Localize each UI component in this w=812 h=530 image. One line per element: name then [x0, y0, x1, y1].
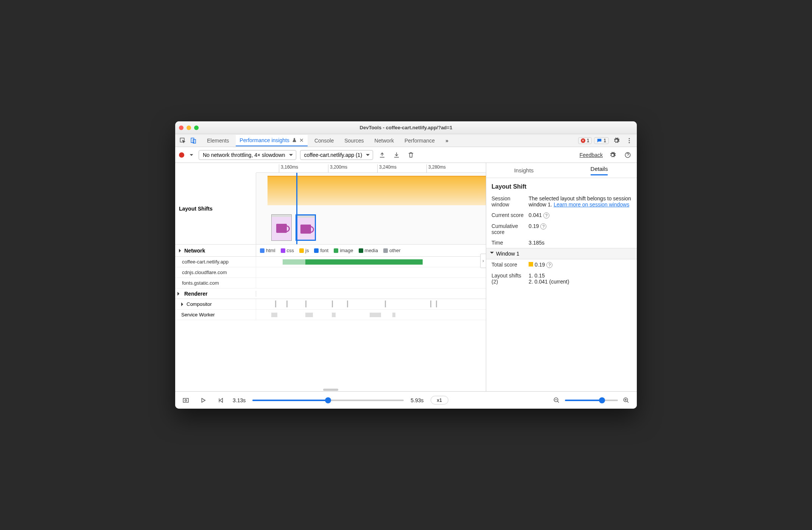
zoom-out-icon[interactable]: [551, 395, 562, 406]
playhead-line[interactable]: [296, 173, 297, 244]
compositor-row[interactable]: Compositor: [175, 299, 486, 310]
network-label: Network: [175, 245, 256, 256]
tab-console[interactable]: Console: [311, 135, 338, 146]
screenshot-toggle-icon[interactable]: [180, 395, 191, 406]
details-title: Layout Shift: [486, 180, 637, 193]
tab-elements[interactable]: Elements: [203, 135, 233, 146]
window-title: DevTools - coffee-cart.netlify.app/?ad=1: [175, 125, 637, 130]
layout-shift-item[interactable]: 2. 0.041 (current): [529, 279, 632, 285]
insights-toolbar: No network throttling, 4× slowdown coffe…: [175, 147, 637, 163]
svg-rect-7: [183, 398, 188, 402]
layout-shifts-label: Layout shifts (2): [492, 273, 526, 285]
delete-icon[interactable]: [406, 150, 416, 160]
total-score-label: Total score: [492, 262, 526, 268]
session-window-value: The selected layout shift belongs to ses…: [529, 195, 632, 208]
settings-icon[interactable]: [611, 135, 622, 146]
svg-point-4: [629, 140, 630, 141]
tab-network[interactable]: Network: [371, 135, 398, 146]
service-worker-row[interactable]: Service Worker: [175, 310, 486, 320]
resize-handle[interactable]: [323, 389, 338, 391]
tab-sources[interactable]: Sources: [341, 135, 367, 146]
layout-shifts-track[interactable]: [256, 173, 486, 244]
messages-badge[interactable]: 1: [594, 137, 609, 144]
device-toggle-icon[interactable]: [188, 135, 199, 146]
window-section-header[interactable]: Window 1: [486, 248, 637, 259]
export-icon[interactable]: [377, 150, 387, 160]
error-icon: ✕: [581, 138, 585, 143]
timeline-panel: 3,160ms 3,200ms 3,240ms 3,280ms Layout S…: [175, 163, 486, 391]
zoom-in-icon[interactable]: [621, 395, 632, 406]
total-score-value: 0.19: [535, 262, 545, 268]
play-icon[interactable]: [198, 395, 208, 406]
zoom-slider[interactable]: [565, 400, 618, 401]
speed-pill[interactable]: x1: [431, 396, 449, 404]
time-label: Time: [492, 240, 526, 246]
panel-settings-icon[interactable]: [607, 150, 618, 160]
panel-collapse-icon[interactable]: ›: [480, 254, 486, 268]
chevron-right-icon: [181, 302, 185, 306]
close-tab-icon[interactable]: ✕: [299, 137, 304, 143]
flask-icon: [292, 138, 297, 143]
renderer-section-header[interactable]: Renderer: [175, 288, 486, 299]
network-host-row[interactable]: cdnjs.cloudflare.com: [175, 267, 486, 278]
current-score-value: 0.041: [529, 212, 542, 218]
page-select[interactable]: coffee-cart.netlify.app (1): [300, 150, 373, 160]
record-dropdown-icon[interactable]: [188, 150, 195, 160]
session-window-label: Session window: [492, 195, 526, 208]
tab-insights[interactable]: Insights: [486, 163, 562, 178]
layout-shift-thumbnail-selected[interactable]: [296, 214, 316, 241]
time-value: 3.185s: [529, 240, 632, 246]
network-section-header[interactable]: Network html css js font image media oth…: [175, 245, 486, 257]
cumulative-score-label: Cumulative score: [492, 223, 526, 235]
current-score-label: Current score: [492, 212, 526, 218]
layout-shifts-row: Layout Shifts: [175, 173, 486, 245]
time-ruler[interactable]: 3,160ms 3,200ms 3,240ms 3,280ms: [256, 163, 486, 173]
network-host-row[interactable]: fonts.gstatic.com: [175, 278, 486, 288]
chevron-right-icon: [177, 292, 181, 296]
playback-bar: 3.13s 5.93s x1: [175, 391, 637, 409]
errors-badge[interactable]: ✕ 1: [578, 137, 592, 144]
network-legend: html css js font image media other: [256, 245, 486, 256]
ruler-tick: 3,160ms: [279, 164, 298, 173]
layout-shift-thumbnail[interactable]: [271, 214, 292, 241]
inspect-element-icon[interactable]: [177, 135, 188, 146]
feedback-link[interactable]: Feedback: [580, 152, 603, 158]
tab-performance[interactable]: Performance: [401, 135, 439, 146]
kebab-menu-icon[interactable]: [624, 135, 635, 146]
cumulative-score-value: 0.19: [529, 223, 539, 229]
record-button[interactable]: [179, 152, 184, 158]
session-window-bar: [268, 176, 486, 205]
time-end: 5.93s: [411, 397, 423, 403]
svg-point-5: [629, 142, 630, 143]
help-icon[interactable]: ?: [546, 262, 552, 268]
tab-performance-insights[interactable]: Performance insights ✕: [236, 135, 308, 146]
score-badge-icon: [529, 262, 533, 267]
time-start: 3.13s: [233, 397, 246, 403]
tabs-overflow-icon[interactable]: »: [442, 135, 452, 146]
titlebar: DevTools - coffee-cart.netlify.app/?ad=1: [175, 121, 637, 134]
rewind-icon[interactable]: [215, 395, 226, 406]
help-icon[interactable]: ?: [543, 212, 549, 219]
playback-slider[interactable]: [252, 400, 404, 401]
svg-point-3: [629, 138, 630, 139]
ruler-tick: 3,200ms: [328, 164, 347, 173]
throttling-select[interactable]: No network throttling, 4× slowdown: [199, 150, 296, 160]
devtools-window: DevTools - coffee-cart.netlify.app/?ad=1…: [175, 121, 637, 409]
help-icon[interactable]: ?: [540, 223, 546, 229]
import-icon[interactable]: [391, 150, 402, 160]
svg-point-8: [185, 399, 187, 401]
message-icon: [597, 138, 602, 143]
chevron-down-icon: [490, 252, 494, 256]
ruler-tick: 3,280ms: [426, 164, 446, 173]
ruler-tick: 3,240ms: [377, 164, 397, 173]
layout-shifts-label: Layout Shifts: [175, 173, 256, 244]
tab-details[interactable]: Details: [562, 163, 637, 178]
chevron-right-icon: [179, 249, 183, 253]
main-tabs: Elements Performance insights ✕ Console …: [175, 134, 637, 147]
learn-more-link[interactable]: Learn more on session windows: [554, 201, 629, 208]
details-panel: Insights Details Layout Shift Session wi…: [486, 163, 637, 391]
network-host-row[interactable]: coffee-cart.netlify.app: [175, 257, 486, 267]
help-icon[interactable]: [622, 150, 633, 160]
content-area: 3,160ms 3,200ms 3,240ms 3,280ms Layout S…: [175, 163, 637, 391]
layout-shift-item[interactable]: 1. 0.15: [529, 273, 632, 279]
